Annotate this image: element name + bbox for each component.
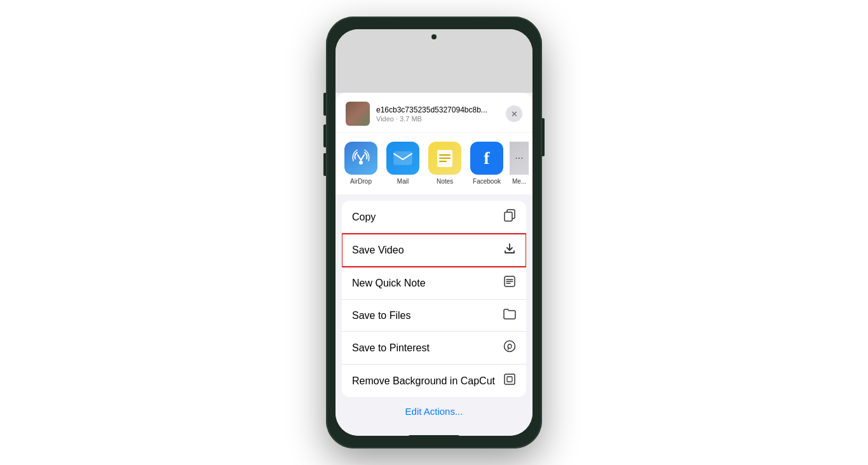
copy-icon bbox=[503, 209, 516, 225]
more-icon: ··· bbox=[510, 142, 529, 175]
app-icon-mail[interactable]: Mail bbox=[384, 142, 422, 185]
quick-note-action[interactable]: New Quick Note bbox=[342, 267, 526, 300]
facebook-icon: f bbox=[470, 142, 503, 175]
home-bar bbox=[409, 435, 459, 436]
svg-rect-14 bbox=[507, 377, 512, 382]
home-indicator bbox=[336, 435, 532, 436]
airdrop-label: AirDrop bbox=[350, 178, 372, 185]
app-icon-facebook[interactable]: f Facebook bbox=[468, 142, 506, 185]
capcut-icon bbox=[503, 373, 516, 389]
app-icon-airdrop[interactable]: AirDrop bbox=[342, 142, 380, 185]
svg-point-12 bbox=[505, 341, 515, 352]
share-title: e16cb3c735235d5327094bc8b... bbox=[376, 105, 506, 114]
save-pinterest-action[interactable]: Save to Pinterest bbox=[342, 332, 526, 365]
edit-actions: Edit Actions... bbox=[336, 403, 532, 420]
save-files-label: Save to Files bbox=[352, 310, 410, 321]
svg-point-0 bbox=[359, 161, 363, 165]
airdrop-icon bbox=[344, 142, 377, 175]
share-title-group: e16cb3c735235d5327094bc8b... Video · 3.7… bbox=[376, 105, 506, 123]
svg-rect-1 bbox=[394, 152, 412, 165]
camera-dot bbox=[431, 34, 437, 39]
app-icons-row: AirDrop Mail bbox=[336, 133, 532, 194]
quick-note-label: New Quick Note bbox=[352, 278, 426, 289]
edit-actions-link[interactable]: Edit Actions... bbox=[405, 406, 463, 417]
app-icon-notes[interactable]: Notes bbox=[426, 142, 464, 185]
capcut-action[interactable]: Remove Background in CapCut bbox=[342, 365, 526, 397]
save-video-icon bbox=[503, 242, 516, 258]
svg-rect-7 bbox=[505, 212, 512, 221]
save-video-label: Save Video bbox=[352, 245, 404, 256]
app-icon-more[interactable]: ··· Me... bbox=[510, 142, 529, 185]
share-header: e16cb3c735235d5327094bc8b... Video · 3.7… bbox=[336, 93, 532, 132]
notes-icon bbox=[428, 142, 461, 175]
save-video-action[interactable]: Save Video bbox=[342, 234, 526, 267]
facebook-label: Facebook bbox=[473, 178, 501, 185]
phone-screen: e16cb3c735235d5327094bc8b... Video · 3.7… bbox=[336, 29, 532, 436]
copy-label: Copy bbox=[352, 212, 376, 223]
copy-action[interactable]: Copy bbox=[342, 201, 526, 234]
mail-label: Mail bbox=[397, 178, 409, 185]
notes-label: Notes bbox=[437, 178, 453, 185]
save-files-action[interactable]: Save to Files bbox=[342, 300, 526, 332]
save-pinterest-icon bbox=[503, 340, 516, 356]
more-label: Me... bbox=[512, 178, 526, 185]
save-pinterest-label: Save to Pinterest bbox=[352, 342, 430, 354]
share-thumbnail bbox=[346, 102, 370, 126]
quick-note-icon bbox=[503, 275, 516, 291]
phone-frame: e16cb3c735235d5327094bc8b... Video · 3.7… bbox=[326, 17, 542, 448]
action-list: Copy Save Video bbox=[342, 201, 526, 397]
svg-rect-13 bbox=[505, 374, 515, 384]
save-files-icon bbox=[503, 308, 516, 323]
close-button[interactable]: ✕ bbox=[506, 105, 522, 122]
mail-icon bbox=[386, 142, 419, 175]
capcut-label: Remove Background in CapCut bbox=[352, 375, 495, 387]
share-sheet: e16cb3c735235d5327094bc8b... Video · 3.7… bbox=[336, 93, 532, 435]
share-subtitle: Video · 3.7 MB bbox=[376, 115, 506, 123]
